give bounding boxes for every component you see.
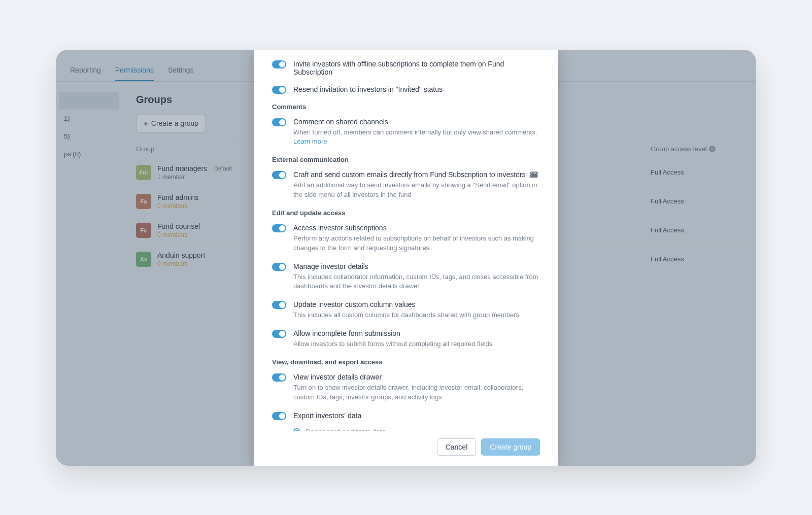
perm-export-title: Export investors' data (293, 411, 540, 420)
perm-comment-title: Comment on shared channels (293, 118, 540, 126)
section-external: External communication (272, 156, 540, 163)
create-group-modal: Invite investors with offline subscripti… (254, 50, 558, 466)
learn-more-link[interactable]: Learn more (293, 138, 327, 145)
mail-icon (530, 171, 538, 178)
perm-craft-desc: Add an additional way to send investors … (293, 181, 540, 200)
toggle-update-columns[interactable] (272, 301, 286, 309)
toggle-comment-shared[interactable] (272, 118, 286, 126)
modal-footer: Cancel Create group (254, 431, 558, 466)
toggle-access-subscriptions[interactable] (272, 224, 286, 232)
toggle-export-data[interactable] (272, 412, 286, 420)
toggle-view-drawer[interactable] (272, 373, 286, 382)
perm-craft-title: Craft and send custom emails directly fr… (293, 170, 540, 179)
create-group-submit-button[interactable]: Create group (481, 438, 540, 456)
perm-update-desc: This includes all custom columns for das… (293, 311, 540, 320)
toggle-allow-incomplete[interactable] (272, 330, 286, 338)
perm-viewdrawer-title: View investor details drawer (293, 373, 540, 381)
toggle-craft-emails[interactable] (272, 171, 286, 179)
perm-manage-title: Manage investor details (293, 262, 540, 270)
perm-comment-desc: When turned off, members can comment int… (293, 128, 540, 147)
perm-viewdrawer-desc: Turn on to show investor details drawer,… (293, 383, 540, 402)
section-edit: Edit and update access (272, 209, 540, 217)
toggle-resend-invitation[interactable] (272, 86, 286, 94)
toggle-invite-offline[interactable] (272, 60, 286, 68)
section-view: View, download, and export access (272, 358, 540, 366)
perm-access-desc: Perform any actions related to subscript… (293, 234, 540, 253)
radio-icon (293, 428, 300, 431)
perm-allow-desc: Allow investors to submit forms without … (293, 339, 540, 349)
radio-dashboard-and-form[interactable]: Dashboard and form data (293, 425, 540, 431)
perm-access-title: Access investor subscriptions (293, 224, 540, 232)
perm-resend-title: Resend invitation to investors in "Invit… (293, 85, 540, 93)
cancel-button[interactable]: Cancel (437, 438, 477, 456)
perm-allow-title: Allow incomplete form submission (293, 329, 540, 337)
export-radio-group: Dashboard and form data Only dashboard d… (293, 425, 540, 431)
perm-invite-title: Invite investors with offline subscripti… (293, 60, 540, 76)
perm-manage-desc: This includes collaborator information, … (293, 272, 540, 292)
section-comments: Comments (272, 103, 540, 111)
perm-update-title: Update investor custom column values (293, 300, 540, 308)
toggle-manage-details[interactable] (272, 263, 286, 271)
